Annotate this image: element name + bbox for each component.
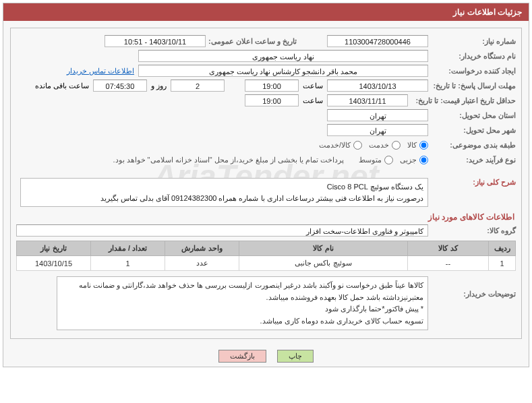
summary-line2: درصورت نیاز به اطلاعات فنی بیشتر درساعات… [25,193,423,204]
label-deadline: مهلت ارسال پاسخ: تا تاریخ: [428,82,516,90]
label-day-and: روز و [147,82,171,90]
panel-title: جزئیات اطلاعات نیاز [3,3,529,21]
th-row: ردیف [489,241,516,256]
label-time-2: ساعت [299,96,327,105]
details-panel: جزئیات اطلاعات نیاز AriaTender.net شماره… [3,3,529,367]
summary-line1: یک دستگاه سوئیچ Cisco 8 PCL [25,181,423,193]
items-section-title: اطلاعات کالاهای مورد نیاز [13,208,519,223]
label-item-group: گروه کالا: [428,226,516,235]
radio-cat-goods[interactable]: کالا [407,141,428,150]
value-remain-time: 07:45:30 [93,80,147,92]
items-table: ردیف کد کالا نام کالا واحد شمارش تعداد /… [16,241,516,271]
label-requester: ایجاد کننده درخواست: [428,67,516,75]
radio-proc-medium[interactable]: متوسط [359,156,393,164]
value-validity-time: 19:00 [245,94,299,106]
button-row: چاپ بازگشت [3,346,529,367]
buyer-note-line1: کالاها عیناً طبق درخواست نو وآکبند باشد … [61,280,423,303]
cell-n: 1 [489,256,516,271]
label-need-no: شماره نیاز: [428,37,516,46]
label-buyer-notes: توضیحات خریدار: [428,276,516,299]
label-announce-time: تاریخ و ساعت اعلان عمومی: [206,37,327,46]
cell-unit: عدد [165,256,239,271]
label-category: طبقه بندی موضوعی: [428,141,516,150]
cell-name: سوئیچ باکس جانبی [239,256,408,271]
radio-proc-small[interactable]: جزیی [400,156,428,164]
payment-note: پرداخت تمام یا بخشی از مبلغ خرید،از محل … [113,156,344,164]
value-remain-days: 2 [171,80,225,92]
value-announce-time: 1403/10/11 - 10:51 [105,35,206,47]
radio-cat-service[interactable]: خدمت [369,141,401,150]
value-requester: محمد باقر دانشجو کارشناس نهاد ریاست جمهو… [138,65,428,77]
value-city: تهران [327,124,428,136]
value-province: تهران [327,109,428,121]
radio-cat-both-input[interactable] [353,141,362,150]
value-deadline-date: 1403/10/13 [327,80,428,92]
panel-body: AriaTender.net شماره نیاز: 1103004728000… [10,28,522,339]
radio-cat-goods-input[interactable] [419,141,428,150]
radio-cat-service-input[interactable] [392,141,401,150]
cell-code: -- [408,256,489,271]
buyer-notes-box: کالاها عیناً طبق درخواست نو وآکبند باشد … [57,276,428,330]
radio-proc-medium-input[interactable] [384,156,393,164]
th-name: نام کالا [239,241,408,256]
radio-cat-both[interactable]: کالا/خدمت [319,141,362,150]
buyer-contact-link[interactable]: اطلاعات تماس خریدار [63,67,138,75]
value-item-group: کامپیوتر و فناوری اطلاعات-سخت افزار [16,224,428,237]
cell-qty: 1 [91,256,165,271]
label-time-1: ساعت [299,82,327,90]
label-city: شهر محل تحویل: [428,126,516,135]
value-validity-date: 1403/11/11 [327,94,408,106]
buyer-note-line3: تسویه حساب کالای خریداری شده دوماه کاری … [61,315,423,328]
label-proc-type: نوع فرآیند خرید: [428,156,516,164]
th-code: کد کالا [408,241,489,256]
print-button[interactable]: چاپ [277,350,314,363]
back-button[interactable]: بازگشت [218,350,266,363]
label-summary: شرح کلی نیاز: [428,178,516,187]
label-validity: حداقل تاریخ اعتبار قیمت: تا تاریخ: [408,96,516,105]
th-qty: تعداد / مقدار [91,241,165,256]
radio-proc-small-input[interactable] [419,156,428,164]
value-need-no: 1103004728000446 [327,35,428,47]
th-date: تاریخ نیاز [17,241,91,256]
label-buyer-org: نام دستگاه خریدار: [428,52,516,61]
th-unit: واحد شمارش [165,241,239,256]
value-buyer-org: نهاد ریاست جمهوری [138,50,428,62]
table-row: 1 -- سوئیچ باکس جانبی عدد 1 1403/10/15 [17,256,516,271]
label-remaining: ساعت باقی مانده [31,82,93,90]
buyer-note-line2: * پیش فاکتور*حتما بارگذاری شود [61,303,423,315]
value-deadline-time: 19:00 [245,80,299,92]
label-province: استان محل تحویل: [428,111,516,120]
cell-date: 1403/10/15 [17,256,91,271]
